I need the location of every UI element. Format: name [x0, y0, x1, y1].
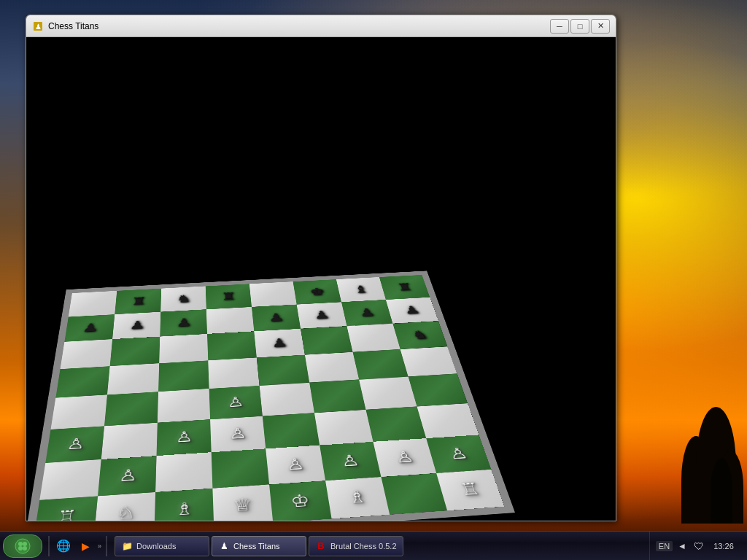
system-clock[interactable]: 13:26	[709, 542, 738, 551]
close-button[interactable]: ✕	[591, 19, 610, 34]
board-cell[interactable]	[155, 452, 212, 491]
game-area: ♜♞♜♚♝♜♟♟♟♟♟♟♟♟♞♙♙♙♙♙♙♙♙♙♖♘♗♕♔♗♖	[26, 37, 616, 521]
desktop: ♟ Chess Titans ─ □ ✕ ♜♞♜♚♝♜♟♟♟♟♟♟♟♟♞♙♙♙♙…	[0, 0, 747, 560]
board-cell[interactable]	[208, 357, 259, 389]
board-cell[interactable]: ♟	[341, 300, 392, 326]
svg-point-5	[18, 546, 23, 551]
chess-piece: ♖	[55, 508, 77, 521]
board-cell[interactable]	[158, 360, 209, 392]
board-cell[interactable]: ♙	[320, 442, 381, 481]
board-cell[interactable]: ♚	[293, 279, 341, 304]
board-cell[interactable]	[381, 473, 447, 515]
board-cell[interactable]: ♗	[325, 477, 390, 519]
board-cell[interactable]	[301, 326, 352, 354]
quick-launch-media[interactable]: ▶	[76, 537, 95, 556]
board-cell[interactable]	[417, 403, 479, 438]
board-cell[interactable]	[51, 394, 107, 429]
maximize-button[interactable]: □	[570, 19, 589, 34]
board-cell[interactable]: ♜	[379, 275, 430, 300]
board-cell[interactable]: ♟	[64, 314, 115, 342]
board-cell[interactable]: ♔	[269, 481, 332, 521]
board-cell[interactable]: ♖	[436, 469, 504, 510]
board-cell[interactable]	[309, 380, 365, 413]
board-cell[interactable]	[353, 349, 409, 380]
minimize-button[interactable]: ─	[550, 19, 569, 34]
board-cell[interactable]: ♕	[212, 484, 273, 521]
board-cell[interactable]: ♙	[426, 435, 491, 472]
taskbar-task-chess[interactable]: ♟ Chess Titans	[212, 536, 306, 556]
board-cell[interactable]: ♞	[392, 321, 447, 349]
board-cell[interactable]	[69, 291, 117, 316]
board-container: ♜♞♜♚♝♜♟♟♟♟♟♟♟♟♞♙♙♙♙♙♙♙♙♙♖♘♗♕♔♗♖	[26, 260, 573, 521]
board-cell[interactable]: ♘	[94, 492, 155, 521]
board-cell[interactable]	[260, 383, 314, 416]
chess-piece: ♗	[346, 489, 368, 506]
board-cell[interactable]	[314, 410, 374, 446]
board-cell[interactable]	[347, 324, 400, 352]
board-cell[interactable]	[365, 406, 426, 442]
board-cell[interactable]: ♟	[252, 304, 301, 331]
board-cell[interactable]	[39, 459, 101, 499]
board-cell[interactable]: ♝	[336, 277, 386, 302]
board-cell[interactable]: ♙	[373, 438, 436, 477]
board-cell[interactable]: ♜	[115, 289, 161, 314]
taskbar-task-brutal-chess[interactable]: B Brutal Chess 0.5.2	[309, 536, 403, 556]
board-cell[interactable]	[104, 392, 158, 426]
taskbar-task-downloads[interactable]: 📁 Downloads	[115, 536, 209, 556]
board-cell[interactable]	[206, 307, 254, 334]
board-cell[interactable]	[359, 377, 417, 410]
board-cell[interactable]: ♖	[34, 496, 98, 521]
chess-piece: ♟	[129, 319, 145, 331]
chess-piece: ♟	[358, 307, 376, 318]
board-cell[interactable]	[400, 346, 457, 377]
titlebar-controls: ─ □ ✕	[550, 19, 610, 34]
board-cell[interactable]	[159, 334, 208, 363]
window-icon: ♟	[32, 20, 44, 32]
board-cell[interactable]	[101, 422, 158, 459]
board-cell[interactable]: ♟	[297, 302, 347, 329]
board-cell[interactable]: ♙	[98, 456, 156, 496]
taskbar-tasks: 📁 Downloads ♟ Chess Titans B Brutal Ches…	[115, 532, 645, 560]
board-cell[interactable]: ♟	[160, 309, 207, 336]
board-cell[interactable]	[158, 389, 210, 422]
board-cell[interactable]	[305, 352, 359, 383]
board-cell[interactable]	[207, 331, 257, 360]
board-cell[interactable]: ♟	[386, 298, 438, 324]
board-cell[interactable]	[409, 374, 468, 407]
board-cell[interactable]	[55, 366, 109, 398]
board-cell[interactable]	[61, 339, 112, 369]
chess-piece: ♕	[232, 496, 252, 514]
chess-piece: ♙	[393, 449, 415, 465]
board-cell[interactable]	[249, 281, 297, 307]
board-cell[interactable]: ♗	[154, 488, 214, 521]
board-cell[interactable]: ♟	[112, 311, 160, 339]
board-cell[interactable]	[263, 413, 320, 448]
board-cell[interactable]	[212, 448, 269, 488]
board-cell[interactable]	[110, 336, 160, 365]
chess-piece: ♙	[66, 436, 85, 452]
quick-launch-ie[interactable]: 🌐	[54, 537, 73, 556]
board-cell[interactable]: ♙	[45, 426, 104, 463]
chess-piece: ♚	[309, 287, 325, 297]
chess-board[interactable]: ♜♞♜♚♝♜♟♟♟♟♟♟♟♟♞♙♙♙♙♙♙♙♙♙♖♘♗♕♔♗♖	[26, 271, 515, 521]
board-cell[interactable]: ♙	[210, 416, 266, 452]
board-cell[interactable]: ♙	[209, 386, 263, 419]
chess-piece: ♜	[220, 291, 236, 302]
quick-launch-expand[interactable]: »	[96, 541, 103, 551]
taskbar-divider	[48, 536, 50, 556]
chess-piece: ♙	[447, 446, 470, 462]
start-button[interactable]	[3, 534, 42, 558]
board-cell[interactable]	[257, 354, 309, 385]
svg-point-3	[18, 542, 23, 546]
board-cell[interactable]: ♟	[254, 329, 305, 358]
board-cell[interactable]: ♞	[160, 286, 206, 311]
titlebar: ♟ Chess Titans ─ □ ✕	[26, 15, 616, 37]
chess-piece: ♖	[458, 481, 481, 498]
board-cell[interactable]: ♙	[266, 446, 325, 484]
chess-piece: ♞	[176, 293, 190, 304]
taskbar-divider2	[106, 536, 107, 556]
tray-arrow-left[interactable]: ◄	[676, 540, 689, 553]
board-cell[interactable]: ♜	[206, 284, 252, 309]
board-cell[interactable]	[107, 363, 159, 394]
board-cell[interactable]: ♙	[157, 419, 212, 456]
